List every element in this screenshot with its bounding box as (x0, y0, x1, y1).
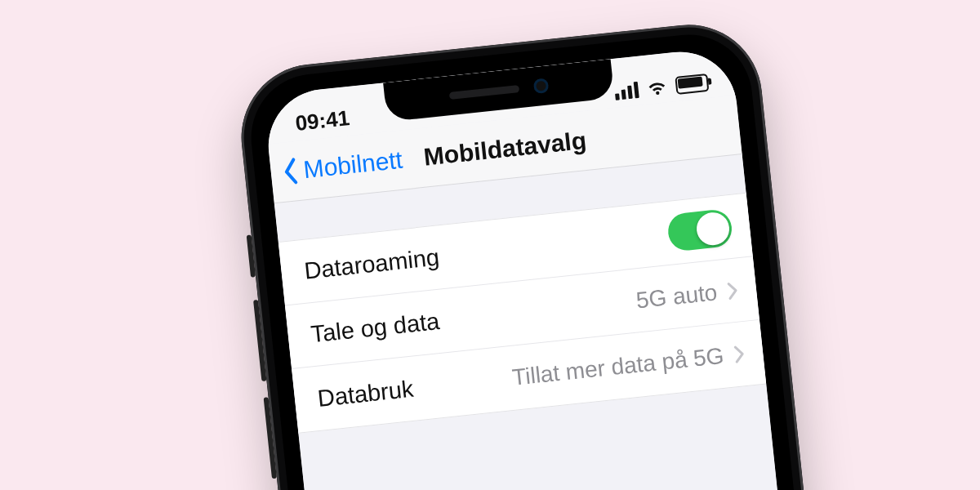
phone-screen: 09:41 (263, 47, 836, 490)
back-button[interactable]: Mobilnett (279, 131, 405, 202)
speaker-grille (449, 85, 519, 100)
settings-list[interactable]: Dataroaming Tale og data 5G auto (274, 154, 836, 490)
phone-frame: 09:41 (234, 18, 865, 490)
front-camera (533, 78, 550, 94)
volume-down-button (264, 397, 277, 479)
mute-switch (247, 234, 256, 277)
status-time: 09:41 (294, 105, 350, 136)
data-roaming-toggle[interactable] (666, 207, 733, 252)
battery-icon (675, 74, 709, 95)
chevron-right-icon (733, 344, 746, 364)
status-icons (613, 72, 709, 103)
settings-group: Dataroaming Tale og data 5G auto (278, 193, 767, 434)
row-label: Tale og data (310, 308, 441, 348)
phone-bezel: 09:41 (245, 29, 854, 490)
chevron-right-icon (726, 280, 739, 301)
row-label: Databruk (316, 375, 414, 412)
row-value: 5G auto (635, 279, 718, 314)
row-value: Tillat mer data på 5G (511, 343, 725, 391)
cellular-signal-icon (614, 82, 639, 100)
stage: 09:41 (0, 0, 980, 490)
back-label: Mobilnett (302, 146, 404, 185)
toggle-knob (695, 211, 731, 247)
volume-up-button (253, 300, 266, 381)
row-label: Dataroaming (303, 244, 441, 285)
wifi-icon (645, 76, 669, 100)
chevron-left-icon (281, 157, 301, 186)
